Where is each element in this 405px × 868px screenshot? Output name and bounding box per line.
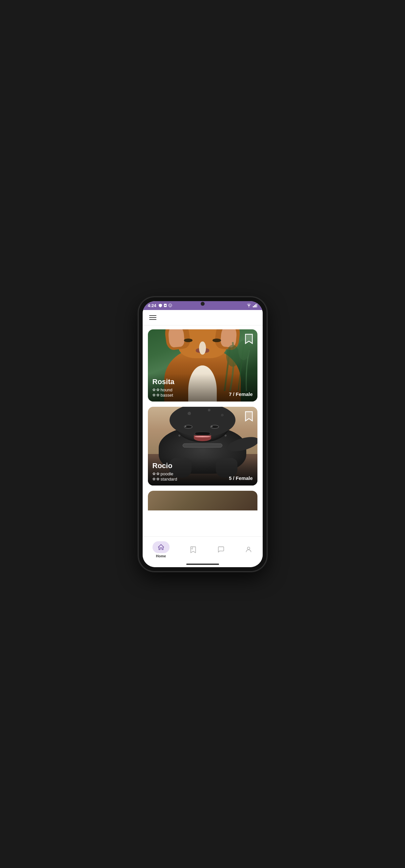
bookmark-icon-rocio bbox=[244, 411, 253, 422]
bookmark-button-rosita[interactable] bbox=[244, 333, 253, 346]
nav-item-profile[interactable] bbox=[239, 544, 258, 555]
third-card-preview bbox=[148, 491, 257, 510]
dog-inner-ear-left bbox=[167, 329, 185, 348]
dog-card-third[interactable] bbox=[148, 491, 257, 510]
paw-icon-3: ✿ ✿ bbox=[153, 472, 159, 476]
status-right bbox=[246, 304, 257, 307]
phone-screen: 4:24 bbox=[143, 301, 263, 567]
bottom-nav: Home bbox=[143, 536, 263, 561]
scroll-content: Rosita ✿ ✿ hound ✿ ✿ basset 7 / Female bbox=[143, 326, 263, 536]
nav-item-messages[interactable] bbox=[212, 544, 230, 555]
hamburger-line-2 bbox=[149, 317, 156, 318]
paw-icon-4: ✿ ✿ bbox=[153, 477, 159, 481]
home-indicator-bar bbox=[186, 564, 219, 565]
hamburger-menu-button[interactable] bbox=[148, 314, 257, 321]
signal-icon bbox=[253, 304, 257, 307]
card-overlay-rosita: Rosita ✿ ✿ hound ✿ ✿ basset 7 / Female bbox=[148, 374, 257, 402]
svg-rect-8 bbox=[255, 304, 256, 307]
face-icon bbox=[168, 304, 172, 307]
bookmark-icon-rosita bbox=[244, 333, 253, 344]
dog-card-rocio[interactable]: Rocio ✿ ✿ poodle ✿ ✿ standard 5 / Female bbox=[148, 407, 257, 486]
dog-card-rosita[interactable]: Rosita ✿ ✿ hound ✿ ✿ basset 7 / Female bbox=[148, 329, 257, 402]
poodle-eye-left bbox=[184, 425, 193, 429]
home-icon bbox=[157, 543, 165, 551]
svg-point-12 bbox=[248, 547, 250, 550]
status-time: 4:24 bbox=[148, 303, 156, 308]
app-header bbox=[143, 310, 263, 326]
status-bar: 4:24 bbox=[143, 301, 263, 310]
home-nav-pill bbox=[153, 541, 169, 553]
card-overlay-rocio: Rocio ✿ ✿ poodle ✿ ✿ standard 5 / Female bbox=[148, 458, 257, 486]
profile-icon bbox=[245, 546, 252, 553]
svg-point-4 bbox=[170, 305, 171, 305]
breed2-rosita: basset bbox=[161, 393, 173, 398]
dog-name-rosita: Rosita bbox=[153, 378, 253, 386]
status-left: 4:24 bbox=[148, 303, 172, 308]
hamburger-line-1 bbox=[149, 315, 156, 316]
phone-frame: 4:24 bbox=[139, 297, 267, 571]
poodle-mouth bbox=[194, 435, 211, 441]
svg-point-3 bbox=[169, 305, 170, 305]
svg-rect-1 bbox=[165, 305, 166, 306]
poodle-eye-right bbox=[210, 425, 219, 429]
svg-point-5 bbox=[249, 307, 249, 307]
bookmark-button-rocio[interactable] bbox=[244, 411, 253, 423]
poodle-collar bbox=[183, 443, 222, 447]
dog-face-stripe bbox=[199, 341, 206, 354]
svg-rect-9 bbox=[257, 304, 257, 307]
nav-item-bookmarks[interactable] bbox=[184, 544, 202, 555]
breed1-rosita: hound bbox=[161, 388, 173, 392]
paw-icon-2: ✿ ✿ bbox=[153, 393, 159, 397]
messages-icon bbox=[217, 546, 225, 553]
svg-rect-7 bbox=[254, 305, 255, 307]
wifi-icon bbox=[246, 304, 252, 307]
home-label: Home bbox=[156, 554, 166, 558]
shield-icon bbox=[158, 304, 162, 307]
paw-icon-1: ✿ ✿ bbox=[153, 388, 159, 392]
home-indicator bbox=[143, 561, 263, 567]
svg-rect-6 bbox=[253, 306, 254, 307]
svg-point-10 bbox=[226, 345, 239, 367]
breed2-rocio: standard bbox=[161, 477, 178, 482]
sim-icon bbox=[163, 304, 167, 307]
bookmarks-icon bbox=[189, 546, 197, 553]
age-gender-rocio: 5 / Female bbox=[229, 475, 253, 481]
nav-item-home[interactable]: Home bbox=[147, 540, 175, 559]
dog-name-rocio: Rocio bbox=[153, 462, 253, 470]
status-icons bbox=[158, 304, 172, 307]
hamburger-line-3 bbox=[149, 319, 156, 320]
breed1-rocio: poodle bbox=[161, 471, 174, 476]
age-gender-rosita: 7 / Female bbox=[229, 391, 253, 397]
